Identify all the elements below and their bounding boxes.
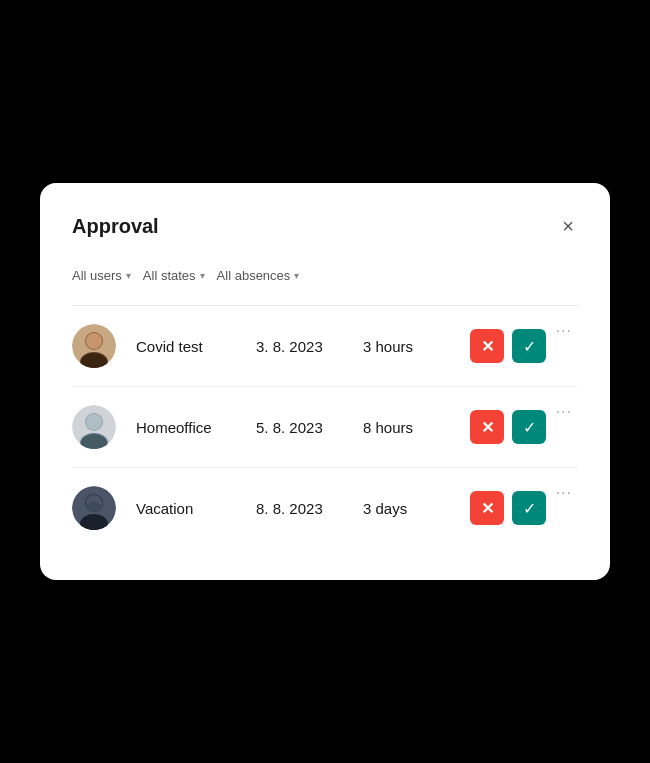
absence-duration: 3 days [363, 500, 470, 517]
reject-button[interactable]: ✕ [470, 410, 504, 444]
modal-title: Approval [72, 215, 159, 238]
svg-point-8 [86, 414, 102, 430]
chevron-down-icon: ▾ [294, 270, 299, 281]
absence-date: 5. 8. 2023 [256, 419, 363, 436]
avatar [72, 324, 116, 368]
filter-absences[interactable]: All absences ▾ [217, 266, 300, 285]
svg-point-15 [87, 502, 101, 512]
approval-modal: Approval × All users ▾ All states ▾ All … [40, 183, 610, 580]
more-options-button[interactable]: ··· [550, 399, 578, 425]
absence-date: 3. 8. 2023 [256, 338, 363, 355]
approve-button[interactable]: ✓ [512, 410, 546, 444]
action-buttons: ✕ ✓ [470, 491, 546, 525]
absence-duration: 8 hours [363, 419, 470, 436]
avatar [72, 486, 116, 530]
filter-users[interactable]: All users ▾ [72, 266, 131, 285]
more-options-button[interactable]: ··· [550, 480, 578, 506]
reject-button[interactable]: ✕ [470, 491, 504, 525]
table-row: Covid test 3. 8. 2023 3 hours ✕ ✓ ··· [72, 306, 578, 387]
chevron-down-icon: ▾ [200, 270, 205, 281]
absence-name: Vacation [136, 500, 256, 517]
modal-header: Approval × [72, 211, 578, 242]
absence-date: 8. 8. 2023 [256, 500, 363, 517]
more-options-button[interactable]: ··· [550, 318, 578, 344]
close-button[interactable]: × [558, 211, 578, 242]
filter-states[interactable]: All states ▾ [143, 266, 205, 285]
avatar [72, 405, 116, 449]
absence-name: Covid test [136, 338, 256, 355]
approve-button[interactable]: ✓ [512, 329, 546, 363]
action-buttons: ✕ ✓ [470, 329, 546, 363]
absence-name: Homeoffice [136, 419, 256, 436]
reject-button[interactable]: ✕ [470, 329, 504, 363]
chevron-down-icon: ▾ [126, 270, 131, 281]
svg-point-3 [86, 333, 102, 349]
table-row: Homeoffice 5. 8. 2023 8 hours ✕ ✓ ··· [72, 387, 578, 468]
filter-bar: All users ▾ All states ▾ All absences ▾ [72, 266, 578, 285]
action-buttons: ✕ ✓ [470, 410, 546, 444]
absence-duration: 3 hours [363, 338, 470, 355]
table-row: Vacation 8. 8. 2023 3 days ✕ ✓ ··· [72, 468, 578, 548]
approve-button[interactable]: ✓ [512, 491, 546, 525]
approval-list: Covid test 3. 8. 2023 3 hours ✕ ✓ ··· Ho… [72, 306, 578, 548]
